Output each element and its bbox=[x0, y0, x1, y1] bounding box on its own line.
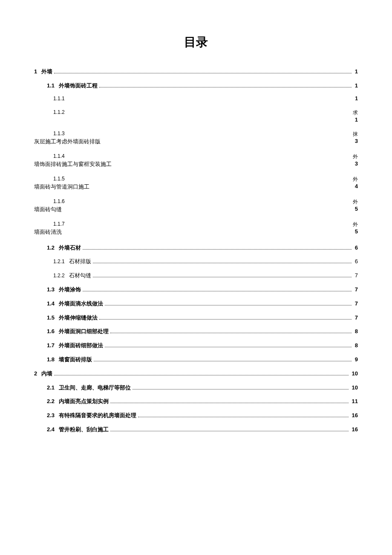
toc-page-number: 10 bbox=[352, 384, 358, 392]
toc-page-number: 1 bbox=[355, 67, 358, 76]
toc-label-fragment: 求 bbox=[353, 109, 358, 116]
toc-leader-dots bbox=[93, 263, 352, 263]
toc-entry[interactable]: 1.2.1石材排版6 bbox=[34, 257, 358, 266]
toc-label: 外墙面洞口细部处理 bbox=[59, 327, 109, 336]
toc-label: 有特殊隔音要求的机房墙面处理 bbox=[59, 411, 136, 420]
toc-label: 内墙面亮点策划实例 bbox=[59, 397, 109, 406]
toc-leader-dots bbox=[105, 347, 352, 347]
toc-entry[interactable]: 1.1.5外墙面砖与管道洞口施工4 bbox=[34, 176, 358, 191]
toc-label: 石材勾缝 bbox=[69, 271, 91, 280]
toc-label: 外墙石材 bbox=[59, 244, 81, 253]
toc-number: 2.2 bbox=[47, 397, 55, 406]
toc-leader-dots bbox=[54, 73, 352, 73]
toc-entry[interactable]: 1.3外墙涂饰7 bbox=[34, 285, 358, 294]
toc-page-number: 7 bbox=[355, 314, 358, 323]
toc-page-number: 1 bbox=[355, 96, 358, 102]
toc-entry[interactable]: 2.4管井粉刷、刮白施工16 bbox=[34, 425, 358, 434]
toc-leader-dots bbox=[93, 277, 352, 277]
toc-leader-dots bbox=[110, 431, 348, 431]
toc-label-fragment: 抹 bbox=[353, 131, 358, 138]
toc-number: 1.5 bbox=[47, 314, 55, 323]
toc-entry[interactable]: 1.6外墙面洞口细部处理8 bbox=[34, 327, 358, 336]
toc-entry[interactable]: 2.2内墙面亮点策划实例11 bbox=[34, 397, 358, 406]
toc-label: 外墙面滴水线做法 bbox=[59, 299, 103, 308]
toc-number: 1.1 bbox=[47, 81, 55, 90]
toc-label: 墙面砖与管道洞口施工 bbox=[34, 183, 89, 191]
toc-number: 1.2.1 bbox=[53, 258, 65, 266]
toc-entry[interactable]: 1.7外墙面砖细部做法8 bbox=[34, 341, 358, 350]
toc-page-number: 3 bbox=[355, 160, 358, 168]
toc-label: 墙面砖勾缝 bbox=[34, 206, 62, 213]
toc-page-number: 11 bbox=[352, 397, 358, 406]
toc-number: 2.3 bbox=[47, 411, 55, 420]
toc-label: 灰层施工考虑外墙面砖排版 bbox=[34, 138, 101, 145]
toc-entry[interactable]: 1.2外墙石材6 bbox=[34, 244, 358, 253]
toc-page-number: 1 bbox=[355, 116, 358, 123]
toc-entry[interactable]: 1.1.3抹灰层施工考虑外墙面砖排版3 bbox=[34, 131, 358, 145]
toc-entry[interactable]: 1.1.4外墙饰面排砖施工与窗框安装施工3 bbox=[34, 153, 358, 168]
toc-page-number: 6 bbox=[355, 244, 358, 253]
toc-page-number: 7 bbox=[355, 299, 358, 308]
toc-entry[interactable]: 2.3有特殊隔音要求的机房墙面处理16 bbox=[34, 411, 358, 420]
toc-entry[interactable]: 1.1.7外墙面砖清洗5 bbox=[34, 221, 358, 236]
toc-entry[interactable]: 1.1外墙饰面砖工程1 bbox=[34, 81, 358, 90]
toc-page-number: 5 bbox=[355, 228, 358, 236]
table-of-contents: 1外墙11.1外墙饰面砖工程11.1.111.1.2求11.1.3抹灰层施工考虑… bbox=[34, 67, 358, 434]
toc-label: 内墙 bbox=[41, 369, 52, 378]
toc-label: 管井粉刷、刮白施工 bbox=[59, 425, 109, 434]
toc-label: 外墙 bbox=[41, 67, 52, 76]
toc-label: 外墙饰面砖工程 bbox=[59, 81, 98, 90]
toc-label: 外墙伸缩缝做法 bbox=[59, 314, 98, 323]
toc-number: 1.1.5 bbox=[53, 176, 65, 183]
toc-label-fragment: 外 bbox=[353, 153, 358, 160]
toc-entry[interactable]: 1.4外墙面滴水线做法7 bbox=[34, 299, 358, 308]
toc-page-number: 3 bbox=[355, 138, 358, 145]
toc-leader-dots bbox=[110, 403, 348, 403]
toc-page-number: 16 bbox=[352, 425, 358, 434]
toc-leader-dots bbox=[110, 333, 352, 333]
toc-leader-dots bbox=[105, 305, 352, 305]
toc-page-number: 7 bbox=[355, 271, 358, 280]
toc-entry[interactable]: 1.1.6外墙面砖勾缝5 bbox=[34, 198, 358, 213]
toc-number: 1.7 bbox=[47, 341, 55, 350]
toc-label: 外墙涂饰 bbox=[59, 285, 81, 294]
toc-leader-dots bbox=[99, 87, 352, 87]
toc-leader-dots bbox=[83, 249, 352, 250]
toc-page-number: 16 bbox=[352, 411, 358, 420]
toc-entry[interactable]: 1.1.2求1 bbox=[34, 109, 358, 123]
toc-number: 1.1.6 bbox=[53, 198, 65, 206]
toc-label: 石材排版 bbox=[69, 257, 91, 266]
toc-label-fragment: 外 bbox=[353, 176, 358, 183]
toc-number: 1.2.2 bbox=[53, 272, 65, 280]
toc-page-number: 9 bbox=[355, 355, 358, 364]
toc-number: 1.2 bbox=[47, 244, 55, 253]
toc-entry[interactable]: 2内墙10 bbox=[34, 369, 358, 378]
toc-number: 1.4 bbox=[47, 299, 55, 308]
toc-page-number: 4 bbox=[355, 183, 358, 191]
toc-number: 1.1.1 bbox=[53, 96, 65, 102]
toc-label-fragment: 外 bbox=[353, 198, 358, 206]
toc-leader-dots bbox=[133, 389, 348, 389]
toc-label: 卫生间、走廊、电梯厅等部位 bbox=[59, 384, 131, 392]
toc-page-number: 5 bbox=[355, 206, 358, 213]
toc-leader-dots bbox=[83, 291, 352, 291]
toc-leader-dots bbox=[54, 375, 348, 375]
toc-page-number: 10 bbox=[352, 369, 358, 378]
toc-entry[interactable]: 2.1卫生间、走廊、电梯厅等部位10 bbox=[34, 384, 358, 392]
toc-page-number: 6 bbox=[355, 257, 358, 266]
toc-entry[interactable]: 1外墙1 bbox=[34, 67, 358, 76]
toc-label: 墙饰面排砖施工与窗框安装施工 bbox=[34, 160, 112, 168]
toc-label: 墙窗面砖排版 bbox=[59, 355, 92, 364]
toc-entry[interactable]: 1.1.11 bbox=[34, 96, 358, 102]
toc-page-number: 8 bbox=[355, 341, 358, 350]
toc-number: 1.6 bbox=[47, 327, 55, 336]
toc-entry[interactable]: 1.2.2石材勾缝7 bbox=[34, 271, 358, 280]
toc-number: 1.1.7 bbox=[53, 221, 65, 228]
toc-number: 1.8 bbox=[47, 355, 55, 364]
toc-leader-dots bbox=[94, 361, 352, 361]
toc-number: 1.1.2 bbox=[53, 109, 65, 116]
toc-number: 2.1 bbox=[47, 384, 55, 392]
toc-entry[interactable]: 1.5外墙伸缩缝做法7 bbox=[34, 314, 358, 323]
toc-entry[interactable]: 1.8墙窗面砖排版9 bbox=[34, 355, 358, 364]
toc-number: 1 bbox=[34, 67, 37, 76]
